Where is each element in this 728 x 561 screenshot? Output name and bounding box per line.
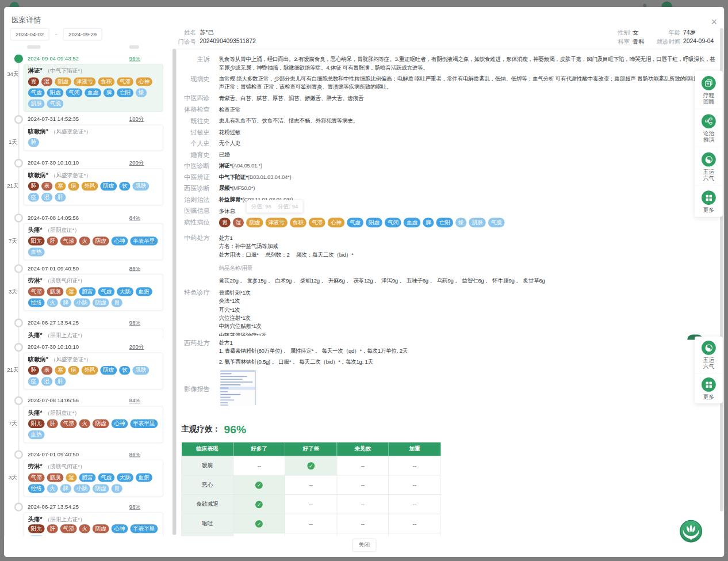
field-label: 个人史 bbox=[176, 139, 210, 147]
department-label: 科室 bbox=[604, 38, 630, 46]
drug-item: 炙甘草6g bbox=[523, 277, 545, 285]
tag-pill: 胃 bbox=[219, 217, 231, 227]
visit-datetime: 2024-07-08 14:05:56 bbox=[28, 215, 79, 221]
visit-score-link[interactable]: 86% bbox=[129, 265, 140, 272]
float-menu-label: 论治推演 bbox=[695, 130, 723, 143]
field-value: 患儿有乳食不节、饮食不洁、情志不畅、外邪犯胃等病史。 bbox=[219, 117, 358, 125]
tag-pill: 阴虚 bbox=[100, 366, 117, 375]
float-menu-item[interactable]: 论治推演 bbox=[695, 109, 723, 147]
dialog-title: 医案详情 bbox=[12, 16, 41, 25]
float-menu-item[interactable]: 疗程回顾 bbox=[695, 71, 723, 109]
float-menu-item[interactable]: 更多 bbox=[695, 373, 723, 403]
tag-pill: 湿 bbox=[41, 77, 52, 86]
tag-pill: 阴虚 bbox=[93, 236, 109, 245]
visit-score-link[interactable]: 100分 bbox=[129, 116, 144, 123]
table-row: 嗳腐 --✓---- bbox=[182, 456, 440, 476]
end-date-input[interactable]: 2024-09-29 bbox=[63, 28, 102, 41]
field-value: 胃湿阴虚津液亏食积气滞心神气虚阳虚气闭血虚脾亡阳燥肌肤气脱 bbox=[219, 217, 505, 230]
syndrome-name: （肝阴虚证*） bbox=[45, 410, 80, 416]
age-label: 年龄 bbox=[654, 29, 681, 37]
field-label: 西医诊断 bbox=[176, 185, 210, 193]
float-menu-item[interactable]: 五运六气 bbox=[695, 337, 723, 373]
field-label: 婚育史 bbox=[176, 151, 210, 159]
tag-pill: 心神 bbox=[328, 217, 344, 227]
tag-pill: 气滞 bbox=[60, 236, 77, 245]
float-menu-icon bbox=[702, 114, 716, 128]
drug-item: 柴胡12g， bbox=[300, 277, 325, 285]
visit-score-link[interactable]: 96% bbox=[129, 503, 140, 510]
result-cell: -- bbox=[389, 514, 440, 533]
syndrome-name: （肝阳上亢证*） bbox=[45, 516, 86, 522]
tag-pill: 寒 bbox=[55, 366, 66, 375]
visit-score-link[interactable]: 96% bbox=[129, 319, 140, 326]
tag-pill: 外风 bbox=[82, 366, 98, 375]
tag-pill: 亡阳 bbox=[436, 217, 453, 227]
field-personal-history: 个人史 无个人史 bbox=[176, 139, 721, 147]
visit-score-link[interactable]: 200分 bbox=[129, 159, 144, 167]
subjective-effect: 主观疗效： 96% bbox=[181, 423, 721, 436]
disease-name: 劳淋* bbox=[28, 277, 43, 284]
visit-card[interactable]: 头痛*（肝阴虚证*） 阳亢肝气滞火阴虚心神半表半里血热 bbox=[24, 223, 163, 260]
field-herbal-prescription: 中药处方 处方1方名：补中益气汤等加减处方用法：口服* 总剂数：2 频次：每天二… bbox=[176, 234, 721, 285]
visit-card[interactable]: 咳嗽病*（风盛挛急证*） 肺 bbox=[24, 125, 163, 151]
visit-tags: 肺 bbox=[28, 138, 159, 147]
score-tooltip-item: 分值: 95 bbox=[251, 203, 271, 209]
patient-name: 苏*己 bbox=[200, 29, 214, 37]
visit-score-link[interactable]: 86% bbox=[129, 451, 140, 458]
clipped-previous-entry-score bbox=[129, 45, 139, 48]
field-physical-exam: 体格检查 检查正常 bbox=[176, 106, 721, 114]
float-menu-label-line: 推演 bbox=[695, 137, 723, 143]
timeline-entry-head: 2024-07-31 14:52:35 100分 bbox=[5, 116, 171, 123]
field-value: 中气下陷证*(B03.01.03.04.04*) bbox=[219, 173, 292, 181]
visit-score-link[interactable]: 84% bbox=[129, 397, 140, 404]
syndrome-name: （膀胱气闭证*） bbox=[45, 464, 86, 470]
syndrome-name: （风盛挛急证*） bbox=[51, 172, 91, 178]
tag-pill: 阴虚 bbox=[93, 419, 109, 428]
drug-item: 泽泻9g， bbox=[381, 277, 403, 285]
field-value: 尿频*(MF50.0*) bbox=[219, 185, 255, 193]
float-menu-item[interactable]: 更多 bbox=[695, 185, 723, 216]
float-menu-item[interactable]: 五运六气 bbox=[695, 147, 723, 185]
table-header-cell: 好了些 bbox=[285, 442, 337, 456]
tag-pill: 肺 bbox=[28, 182, 39, 190]
tag-pill: 阳亢 bbox=[28, 419, 45, 428]
tag-pill: 气滞 bbox=[60, 419, 77, 428]
syndrome-name: （肝阴虚证*） bbox=[45, 227, 80, 233]
imaging-report-thumbnail[interactable] bbox=[219, 369, 258, 407]
lotus-logo[interactable] bbox=[680, 520, 703, 543]
field-value: 多休息 bbox=[219, 207, 235, 215]
visit-score-link[interactable]: 200分 bbox=[129, 344, 144, 351]
visit-card[interactable]: 劳淋*（膀胱气闭证*） 气滞膀胱湿胞宫气虚大肠血瘀经络火脾小肠阴虚胃 bbox=[24, 274, 163, 311]
visit-score-link[interactable]: 96% bbox=[129, 55, 140, 62]
visit-card[interactable]: 咳嗽病*（风盛挛急证*） 肺表寒痰外风阴虚饮肌肤痉湿肝 bbox=[24, 169, 163, 205]
field-value: 青紫舌、白苔、腻苔、厚苔、润苔、娇嫩舌、胖大舌、齿痕舌 bbox=[219, 94, 364, 102]
timeline-entry: 2024-07-08 14:05:56 84% 7天 头痛*（肝阴虚证*） 阳亢… bbox=[5, 214, 171, 260]
float-menu-icon bbox=[702, 341, 716, 355]
tag-pill: 火 bbox=[47, 484, 58, 493]
tag-pill: 肝 bbox=[47, 419, 58, 428]
timeline-entry: 2024-07-01 09:40:50 86% 3天 劳淋*（膀胱气闭证*） 气… bbox=[5, 451, 171, 497]
syndrome-name: （膀胱气闭证*） bbox=[45, 277, 86, 284]
nature-tags: 胃湿阴虚津液亏食积气滞心神气虚阳虚气闭血虚脾亡阳燥肌肤气脱 bbox=[219, 217, 505, 227]
visit-card[interactable]: 劳淋*（膀胱气闭证*） 气滞膀胱湿胞宫气虚大肠血瘀经络火脾小肠阴虚胃 bbox=[24, 460, 163, 497]
field-value: 乳食等从胃中上涌，经口而出。2.有嗳腐食臭，恶心纳呆，胃脘胀闷等症。3.重证呕吐… bbox=[219, 56, 715, 72]
outpatient-no-label: 门诊号 bbox=[176, 38, 196, 46]
tag-pill: 阳虚 bbox=[366, 217, 382, 227]
close-button[interactable]: 关闭 bbox=[352, 539, 376, 552]
timeline-entry-head: 2024-07-01 09:40:50 86% bbox=[5, 265, 171, 272]
visit-card[interactable]: 头痛*（肝阳上亢证*） bbox=[24, 328, 163, 338]
visit-card[interactable]: 头痛*（肝阳上亢证*） 阳亢肝气滞火阴虚心神半表半里血热 bbox=[24, 512, 163, 536]
drug-list: 黄芪20g，党参15g，白术9g，柴胡12g，升麻6g，茯苓12g，泽泻9g，五… bbox=[219, 277, 545, 285]
visit-card[interactable]: 头痛*（肝阴虚证*） 阳亢肝气滞火阴虚心神半表半里血热 bbox=[24, 406, 163, 443]
symptom-name-cell: 食欲减退 bbox=[182, 495, 233, 514]
start-date-input[interactable]: 2024-04-02 bbox=[10, 28, 49, 41]
visit-card[interactable]: 淋证*（中气下陷证*） 胃湿阴虚津液亏食积气滞心神气虚阳虚气闭血虚脾亡阳燥肌肤气… bbox=[24, 64, 163, 112]
result-cell: -- bbox=[285, 495, 337, 514]
table-row: 恶心 ✓------ bbox=[182, 475, 440, 495]
timeline-entry-head: 2024-07-08 14:05:56 84% bbox=[5, 397, 171, 404]
field-label: 现病史 bbox=[176, 75, 210, 91]
visit-card[interactable]: 咳嗽病*（风盛挛急证*） 肺表寒痰外风阴虚饮肌肤痉湿肝 bbox=[24, 353, 163, 390]
tag-pill: 痉 bbox=[28, 377, 39, 386]
visit-score-link[interactable]: 84% bbox=[129, 214, 140, 222]
tag-pill: 心神 bbox=[112, 419, 128, 428]
